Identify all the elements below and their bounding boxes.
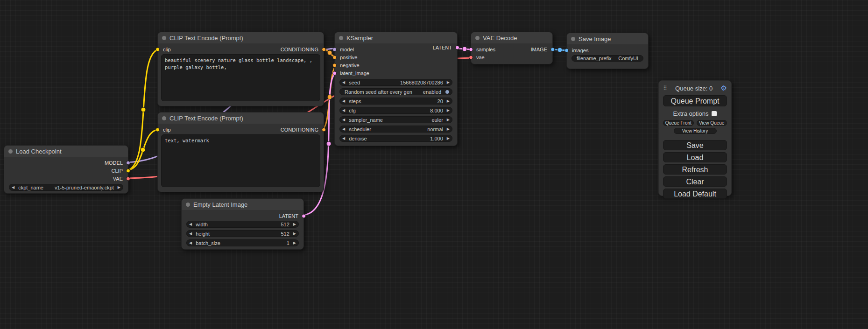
node-ksampler[interactable]: KSampler LATENT model positive negative … bbox=[334, 32, 458, 146]
toggle-dot-icon[interactable] bbox=[445, 90, 450, 94]
input-slot-negative: negative bbox=[335, 61, 457, 69]
node-titlebar[interactable]: Save Image bbox=[567, 33, 648, 44]
extra-options-label: Extra options bbox=[673, 110, 709, 117]
filename-prefix-widget[interactable]: filename_prefix ComfyUI bbox=[572, 55, 643, 62]
load-default-button[interactable]: Load Default bbox=[663, 189, 727, 199]
negative-input-socket[interactable] bbox=[332, 63, 337, 67]
view-history-button[interactable]: View History bbox=[674, 128, 717, 134]
latent-image-input-socket[interactable] bbox=[332, 71, 337, 75]
clip-output-socket[interactable] bbox=[126, 168, 130, 173]
decrement-arrow-icon[interactable]: ◀ bbox=[189, 223, 192, 226]
batch-size-widget[interactable]: ◀ batch_size 1 ▶ bbox=[186, 239, 299, 246]
node-empty-latent-image[interactable]: Empty Latent Image LATENT ◀ width 512 ▶ … bbox=[181, 198, 304, 250]
model-input-socket[interactable] bbox=[332, 47, 337, 51]
node-title: Load Checkpoint bbox=[16, 148, 62, 155]
sampler-name-widget[interactable]: ◀ sampler_name euler ▶ bbox=[339, 116, 452, 123]
node-titlebar[interactable]: VAE Decode bbox=[471, 32, 552, 43]
increment-arrow-icon[interactable]: ▶ bbox=[293, 223, 296, 226]
decrement-arrow-icon[interactable]: ◀ bbox=[189, 232, 192, 236]
wire-midpoint-dot bbox=[141, 107, 146, 112]
height-widget[interactable]: ◀ height 512 ▶ bbox=[186, 230, 299, 237]
increment-arrow-icon[interactable]: ▶ bbox=[447, 81, 450, 84]
wire-midpoint-dot bbox=[462, 47, 467, 51]
seed-widget[interactable]: ◀ seed 156680208700286 ▶ bbox=[339, 79, 452, 86]
collapse-dot[interactable] bbox=[186, 203, 190, 207]
width-widget[interactable]: ◀ width 512 ▶ bbox=[186, 221, 299, 228]
wire-midpoint-dot bbox=[557, 48, 562, 52]
prev-arrow-icon[interactable]: ◀ bbox=[12, 186, 14, 189]
save-button[interactable]: Save bbox=[663, 140, 727, 150]
node-titlebar[interactable]: KSampler bbox=[335, 32, 457, 43]
latent-output-socket[interactable] bbox=[302, 214, 306, 218]
refresh-button[interactable]: Refresh bbox=[663, 164, 727, 175]
drag-handle-icon[interactable]: ⠿ bbox=[663, 85, 667, 91]
view-queue-button[interactable]: View Queue bbox=[697, 120, 727, 126]
node-vae-decode[interactable]: VAE Decode samples IMAGE vae bbox=[471, 32, 553, 64]
conditioning-output-socket[interactable] bbox=[322, 127, 326, 132]
node-clip-text-encode-positive[interactable]: CLIP Text Encode (Prompt) clip CONDITION… bbox=[157, 32, 324, 106]
images-input-socket[interactable] bbox=[565, 48, 569, 52]
vae-output-socket[interactable] bbox=[126, 176, 130, 181]
collapse-dot[interactable] bbox=[571, 37, 575, 41]
decrement-arrow-icon[interactable]: ◀ bbox=[189, 241, 192, 245]
slot-row: samples IMAGE bbox=[471, 45, 552, 53]
input-slot-positive: positive bbox=[335, 53, 457, 61]
clip-input-socket[interactable] bbox=[155, 47, 160, 51]
collapse-dot[interactable] bbox=[339, 36, 343, 40]
increment-arrow-icon[interactable]: ▶ bbox=[293, 241, 296, 245]
random-seed-toggle[interactable]: Random seed after every gen enabled bbox=[339, 88, 452, 95]
settings-gear-icon[interactable]: ⚙ bbox=[721, 84, 727, 92]
clear-button[interactable]: Clear bbox=[663, 176, 727, 187]
cfg-widget[interactable]: ◀ cfg 8.000 ▶ bbox=[339, 107, 452, 114]
increment-arrow-icon[interactable]: ▶ bbox=[293, 232, 296, 236]
prev-arrow-icon[interactable]: ◀ bbox=[342, 127, 345, 131]
denoise-widget[interactable]: ◀ denoise 1.000 ▶ bbox=[339, 135, 452, 142]
node-load-checkpoint[interactable]: Load Checkpoint MODEL CLIP VAE ◀ ckpt_na… bbox=[4, 145, 128, 194]
queue-prompt-button[interactable]: Queue Prompt bbox=[663, 95, 727, 106]
decrement-arrow-icon[interactable]: ◀ bbox=[342, 99, 345, 103]
slot-row: clip CONDITIONING bbox=[158, 126, 324, 133]
collapse-dot[interactable] bbox=[162, 116, 166, 120]
samples-input-socket[interactable] bbox=[469, 47, 473, 51]
conditioning-output-socket[interactable] bbox=[322, 47, 326, 51]
queue-panel: ⠿ Queue size: 0 ⚙ Queue Prompt Extra opt… bbox=[658, 80, 732, 196]
wire-midpoint-dot bbox=[141, 147, 145, 152]
steps-widget[interactable]: ◀ steps 20 ▶ bbox=[339, 98, 452, 105]
positive-prompt-text[interactable]: beautiful scenery nature glass bottle la… bbox=[161, 54, 320, 101]
increment-arrow-icon[interactable]: ▶ bbox=[447, 99, 450, 103]
node-titlebar[interactable]: Load Checkpoint bbox=[4, 146, 128, 157]
vae-input-socket[interactable] bbox=[469, 55, 473, 59]
clip-input-socket[interactable] bbox=[155, 127, 160, 132]
output-slot-latent: LATENT bbox=[182, 212, 303, 220]
collapse-dot[interactable] bbox=[162, 36, 166, 40]
node-clip-text-encode-negative[interactable]: CLIP Text Encode (Prompt) clip CONDITION… bbox=[157, 112, 324, 192]
node-graph-canvas[interactable]: Load Checkpoint MODEL CLIP VAE ◀ ckpt_na… bbox=[0, 0, 868, 329]
load-button[interactable]: Load bbox=[663, 152, 727, 162]
node-titlebar[interactable]: CLIP Text Encode (Prompt) bbox=[158, 32, 324, 43]
decrement-arrow-icon[interactable]: ◀ bbox=[342, 81, 345, 84]
collapse-dot[interactable] bbox=[475, 36, 480, 40]
next-arrow-icon[interactable]: ▶ bbox=[447, 127, 450, 131]
queue-panel-header: ⠿ Queue size: 0 ⚙ bbox=[663, 84, 727, 92]
node-titlebar[interactable]: Empty Latent Image bbox=[182, 199, 303, 210]
ckpt-name-widget[interactable]: ◀ ckpt_name v1-5-pruned-emaonly.ckpt ▶ bbox=[9, 184, 123, 191]
node-save-image[interactable]: Save Image images filename_prefix ComfyU… bbox=[566, 33, 649, 69]
increment-arrow-icon[interactable]: ▶ bbox=[447, 137, 450, 140]
next-arrow-icon[interactable]: ▶ bbox=[447, 118, 450, 122]
workflow-buttons: Save Load Refresh Clear Load Default bbox=[663, 140, 727, 199]
collapse-dot[interactable] bbox=[8, 149, 13, 154]
extra-options-checkbox[interactable] bbox=[712, 111, 717, 116]
node-title: CLIP Text Encode (Prompt) bbox=[169, 35, 243, 42]
queue-front-button[interactable]: Queue Front bbox=[663, 120, 694, 126]
negative-prompt-text[interactable]: text, watermark bbox=[161, 134, 320, 187]
positive-input-socket[interactable] bbox=[332, 55, 337, 59]
increment-arrow-icon[interactable]: ▶ bbox=[447, 109, 450, 112]
scheduler-widget[interactable]: ◀ scheduler normal ▶ bbox=[339, 126, 452, 133]
next-arrow-icon[interactable]: ▶ bbox=[118, 186, 120, 189]
image-output-socket[interactable] bbox=[550, 47, 555, 51]
decrement-arrow-icon[interactable]: ◀ bbox=[342, 109, 345, 112]
prev-arrow-icon[interactable]: ◀ bbox=[342, 118, 345, 122]
decrement-arrow-icon[interactable]: ◀ bbox=[342, 137, 345, 140]
model-output-socket[interactable] bbox=[126, 161, 130, 165]
node-titlebar[interactable]: CLIP Text Encode (Prompt) bbox=[158, 112, 324, 124]
